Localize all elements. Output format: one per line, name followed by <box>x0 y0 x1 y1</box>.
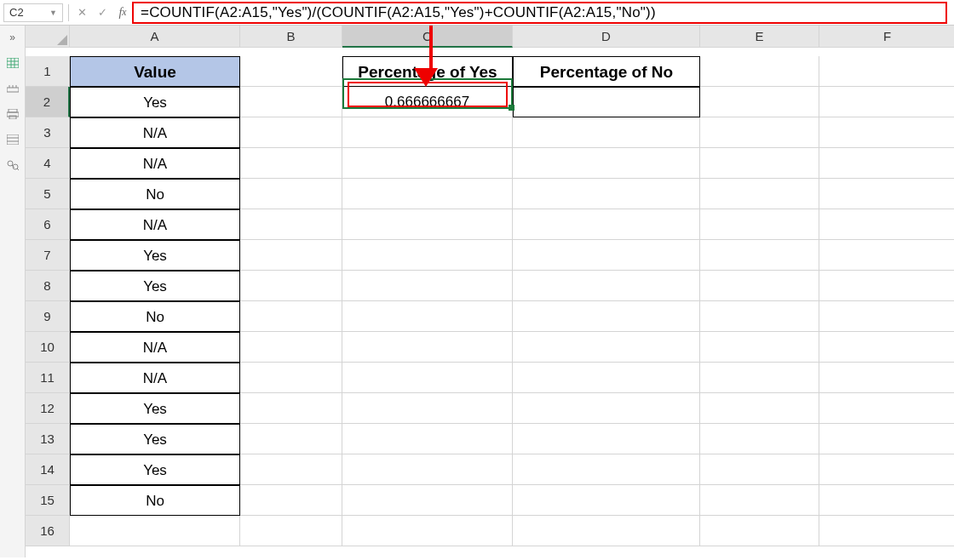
cell-d9[interactable] <box>513 301 700 332</box>
cell-e12[interactable] <box>700 393 819 424</box>
cell-d14[interactable] <box>513 454 700 485</box>
cell-a11[interactable]: N/A <box>70 363 240 393</box>
sidebar-ruler-icon[interactable] <box>6 82 20 95</box>
cell-e7[interactable] <box>700 240 819 271</box>
cell-b10[interactable] <box>240 332 342 363</box>
cell-d3[interactable] <box>513 117 700 148</box>
cell-f16[interactable] <box>819 516 954 546</box>
cell-b11[interactable] <box>240 363 342 393</box>
cell-a10[interactable]: N/A <box>70 332 240 363</box>
row-header-1[interactable]: 1 <box>26 56 70 87</box>
cell-d13[interactable] <box>513 424 700 454</box>
cell-b2[interactable] <box>240 87 342 117</box>
row-header-16[interactable]: 16 <box>26 516 70 546</box>
cell-a2[interactable]: Yes <box>70 87 240 117</box>
cell-e10[interactable] <box>700 332 819 363</box>
cell-d15[interactable] <box>513 485 700 516</box>
cell-c12[interactable] <box>342 393 513 424</box>
cell-f10[interactable] <box>819 332 954 363</box>
col-header-d[interactable]: D <box>513 26 700 48</box>
cell-c9[interactable] <box>342 301 513 332</box>
cell-e3[interactable] <box>700 117 819 148</box>
row-header-7[interactable]: 7 <box>26 240 70 271</box>
col-header-b[interactable]: B <box>240 26 342 48</box>
cell-b13[interactable] <box>240 424 342 454</box>
cell-d1[interactable]: Percentage of No <box>513 56 700 87</box>
cell-c10[interactable] <box>342 332 513 363</box>
sidebar-print-icon[interactable] <box>6 107 20 121</box>
sidebar-find-icon[interactable] <box>6 158 20 172</box>
cell-a7[interactable]: Yes <box>70 240 240 271</box>
cell-e5[interactable] <box>700 179 819 209</box>
cell-d5[interactable] <box>513 179 700 209</box>
cell-a8[interactable]: Yes <box>70 271 240 301</box>
cell-e13[interactable] <box>700 424 819 454</box>
row-header-14[interactable]: 14 <box>26 454 70 485</box>
cell-c6[interactable] <box>342 209 513 240</box>
col-header-a[interactable]: A <box>70 26 240 48</box>
row-header-11[interactable]: 11 <box>26 363 70 393</box>
cell-e1[interactable] <box>700 56 819 87</box>
fx-icon[interactable]: fx <box>115 5 130 20</box>
row-header-10[interactable]: 10 <box>26 332 70 363</box>
cell-b5[interactable] <box>240 179 342 209</box>
formula-input[interactable]: =COUNTIF(A2:A15,"Yes")/(COUNTIF(A2:A15,"… <box>135 3 951 23</box>
cell-b4[interactable] <box>240 148 342 179</box>
row-header-6[interactable]: 6 <box>26 209 70 240</box>
row-header-12[interactable]: 12 <box>26 393 70 424</box>
cell-b15[interactable] <box>240 485 342 516</box>
formula-cancel-icon[interactable]: ✕ <box>74 5 89 20</box>
cell-d2[interactable] <box>513 87 700 117</box>
cell-d12[interactable] <box>513 393 700 424</box>
cell-b9[interactable] <box>240 301 342 332</box>
sidebar-expand-icon[interactable]: » <box>6 31 20 44</box>
cell-f11[interactable] <box>819 363 954 393</box>
cell-a1[interactable]: Value <box>70 56 240 87</box>
cell-b16[interactable] <box>240 516 342 546</box>
cell-a6[interactable]: N/A <box>70 209 240 240</box>
cell-d6[interactable] <box>513 209 700 240</box>
cell-c8[interactable] <box>342 271 513 301</box>
row-header-8[interactable]: 8 <box>26 271 70 301</box>
cell-c15[interactable] <box>342 485 513 516</box>
spreadsheet-grid[interactable]: A B C D E F 1 Value Percentage of Yes Pe… <box>26 26 954 557</box>
row-header-5[interactable]: 5 <box>26 179 70 209</box>
cell-c13[interactable] <box>342 424 513 454</box>
row-header-9[interactable]: 9 <box>26 301 70 332</box>
row-header-15[interactable]: 15 <box>26 485 70 516</box>
cell-f9[interactable] <box>819 301 954 332</box>
cell-f13[interactable] <box>819 424 954 454</box>
cell-a14[interactable]: Yes <box>70 454 240 485</box>
cell-d16[interactable] <box>513 516 700 546</box>
col-header-e[interactable]: E <box>700 26 819 48</box>
cell-f14[interactable] <box>819 454 954 485</box>
cell-c5[interactable] <box>342 179 513 209</box>
cell-d7[interactable] <box>513 240 700 271</box>
cell-f8[interactable] <box>819 271 954 301</box>
cell-b8[interactable] <box>240 271 342 301</box>
cell-f12[interactable] <box>819 393 954 424</box>
cell-c16[interactable] <box>342 516 513 546</box>
row-header-2[interactable]: 2 <box>26 87 70 117</box>
cell-e15[interactable] <box>700 485 819 516</box>
formula-enter-icon[interactable]: ✓ <box>95 5 110 20</box>
cell-f1[interactable] <box>819 56 954 87</box>
cell-e14[interactable] <box>700 454 819 485</box>
cell-a3[interactable]: N/A <box>70 117 240 148</box>
cell-d4[interactable] <box>513 148 700 179</box>
cell-a5[interactable]: No <box>70 179 240 209</box>
cell-c3[interactable] <box>342 117 513 148</box>
cell-c2[interactable]: 0.666666667 <box>342 87 513 117</box>
select-all-corner[interactable] <box>26 26 70 48</box>
cell-c1[interactable]: Percentage of Yes <box>342 56 513 87</box>
cell-f4[interactable] <box>819 148 954 179</box>
sidebar-grid-icon[interactable] <box>6 56 20 70</box>
cell-a9[interactable]: No <box>70 301 240 332</box>
cell-b12[interactable] <box>240 393 342 424</box>
name-box-dropdown-icon[interactable]: ▼ <box>46 9 57 17</box>
cell-b3[interactable] <box>240 117 342 148</box>
cell-a16[interactable] <box>70 516 240 546</box>
cell-b6[interactable] <box>240 209 342 240</box>
cell-e4[interactable] <box>700 148 819 179</box>
cell-b1[interactable] <box>240 56 342 87</box>
